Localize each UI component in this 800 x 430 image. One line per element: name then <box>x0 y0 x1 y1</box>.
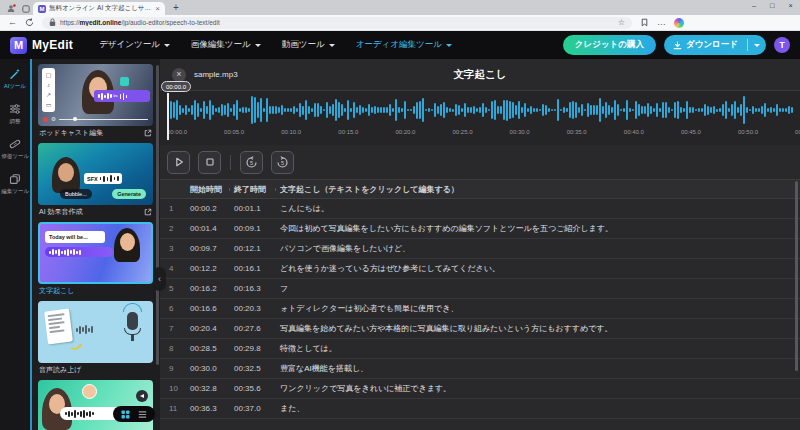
transcript-row[interactable]: 200:01.400:09.1今回は初めて写真編集をしたい方にもおすすめの編集ソ… <box>160 219 800 239</box>
card-voice-changer[interactable] <box>38 380 153 430</box>
card-text-to-speech[interactable]: 音声読み上げ <box>38 301 153 374</box>
transcript-row[interactable]: 1100:36.300:37.0また、 <box>160 399 800 419</box>
card-podcast-editing[interactable]: ▢♪↗▭ ✂ ⚙ ポッドキャスト編集 <box>38 64 153 137</box>
profile-icon[interactable] <box>7 4 16 13</box>
row-end-time[interactable]: 00:27.6 <box>229 324 275 333</box>
url-bar[interactable]: https://myedit.online/jp/audio-editor/sp… <box>42 17 632 29</box>
timeline-ruler[interactable]: 00:00.000:05.000:10.000:15.000:20.000:25… <box>167 128 800 144</box>
waveform-bar <box>716 109 718 112</box>
row-transcript-text[interactable]: 今回は初めて写真編集をしたい方にもおすすめの編集ソフトとツールを五つご紹介します… <box>275 223 800 234</box>
nav-menu[interactable]: 画像編集ツール <box>191 39 261 51</box>
row-end-time[interactable]: 00:12.1 <box>229 244 275 253</box>
row-start-time[interactable]: 00:01.4 <box>185 224 229 233</box>
row-start-time[interactable]: 00:28.5 <box>185 344 229 353</box>
refresh-icon[interactable] <box>25 18 34 27</box>
transcript-row[interactable]: 400:12.200:16.1どれを使うか迷っている方はぜひ参考にしてみてくださ… <box>160 259 800 279</box>
card-ai-sfx[interactable]: SFX Bubble... Generate AI 効果音作成 <box>38 143 153 216</box>
browser-tab[interactable]: M 無料オンライン AI 文字起こしサイト | × <box>33 2 165 15</box>
row-transcript-text[interactable]: 豊富なAI機能を搭載し、 <box>275 363 800 374</box>
audio-waveform[interactable] <box>167 94 795 126</box>
transcript-row[interactable]: 800:28.500:29.8特徴としては。 <box>160 339 800 359</box>
row-start-time[interactable]: 00:12.2 <box>185 264 229 273</box>
waveform-bar <box>620 109 622 112</box>
download-options-button[interactable] <box>748 39 766 51</box>
row-transcript-text[interactable]: ォトディレクターは初心者でも簡単に使用でき、 <box>275 303 800 314</box>
transcript-row[interactable]: 100:00.200:01.1こんにちは。 <box>160 199 800 219</box>
rewind-5s-button[interactable]: 5 <box>240 151 263 174</box>
row-start-time[interactable]: 00:00.2 <box>185 204 229 213</box>
row-transcript-text[interactable]: こんにちは。 <box>275 203 800 214</box>
user-avatar[interactable]: T <box>774 37 790 53</box>
minimize-button[interactable]: – <box>745 0 763 12</box>
external-link-icon[interactable] <box>144 129 152 137</box>
row-end-time[interactable]: 00:16.1 <box>229 264 275 273</box>
panel-scrollbar[interactable] <box>156 65 159 365</box>
myedit-logo[interactable]: M MyEdit <box>10 37 73 54</box>
row-transcript-text[interactable]: パソコンで画像編集をしたいけど、 <box>275 243 800 254</box>
new-tab-button[interactable]: + <box>173 3 179 13</box>
waveform-bar <box>665 102 667 118</box>
play-button[interactable] <box>167 151 190 174</box>
nav-menu[interactable]: デザインツール <box>99 39 170 51</box>
row-end-time[interactable]: 00:32.5 <box>229 364 275 373</box>
table-scrollbar[interactable] <box>795 181 798 371</box>
close-file-icon[interactable]: × <box>172 68 186 82</box>
row-transcript-text[interactable]: ワンクリックで写真をきれいに補正できます。 <box>275 383 800 394</box>
tab-close-icon[interactable]: × <box>155 5 160 13</box>
collapse-panel-button[interactable]: ‹ <box>153 267 166 291</box>
maximize-button[interactable]: □ <box>763 0 782 12</box>
row-transcript-text[interactable]: また、 <box>275 403 800 414</box>
download-button[interactable]: ダウンロード <box>664 35 747 55</box>
row-start-time[interactable]: 00:16.6 <box>185 304 229 313</box>
row-start-time[interactable]: 00:20.4 <box>185 324 229 333</box>
row-transcript-text[interactable]: どれを使うか迷っている方はぜひ参考にしてみてください。 <box>275 263 800 274</box>
row-start-time[interactable]: 00:32.8 <box>185 384 229 393</box>
card-transcription[interactable]: Today will be... 文字起こし <box>38 222 153 295</box>
row-start-time[interactable]: 00:30.0 <box>185 364 229 373</box>
back-icon[interactable]: ← <box>8 18 17 27</box>
buy-credits-button[interactable]: クレジットの購入 <box>563 35 656 55</box>
waveform-bar <box>434 103 436 118</box>
waveform-bar <box>689 107 691 112</box>
row-start-time[interactable]: 00:16.2 <box>185 284 229 293</box>
transcript-row[interactable]: 1000:32.800:35.6ワンクリックで写真をきれいに補正できます。 <box>160 379 800 399</box>
avatar-bubble <box>82 384 97 399</box>
row-end-time[interactable]: 00:37.0 <box>229 404 275 413</box>
row-start-time[interactable]: 00:09.7 <box>185 244 229 253</box>
rail-item[interactable]: AIツール <box>0 65 30 94</box>
transcript-row[interactable]: 900:30.000:32.5豊富なAI機能を搭載し、 <box>160 359 800 379</box>
playhead[interactable] <box>167 93 169 140</box>
row-transcript-text[interactable]: 写真編集を始めてみたい方や本格的に写真編集に取り組みたいという方にもおすすめです… <box>275 323 800 334</box>
row-end-time[interactable]: 00:16.3 <box>229 284 275 293</box>
nav-menu[interactable]: 動画ツール <box>282 39 335 51</box>
copilot-icon[interactable] <box>674 18 684 28</box>
row-end-time[interactable]: 00:09.1 <box>229 224 275 233</box>
close-window-button[interactable]: × <box>782 0 800 12</box>
waveform-bar <box>443 102 445 118</box>
grid-view-icon[interactable] <box>121 410 130 419</box>
rail-item[interactable]: 編集ツール <box>0 170 30 199</box>
nav-menu[interactable]: オーディオ編集ツール <box>356 39 452 51</box>
collections-icon[interactable] <box>640 18 649 27</box>
external-link-icon[interactable] <box>144 208 152 216</box>
transcript-row[interactable]: 300:09.700:12.1パソコンで画像編集をしたいけど、 <box>160 239 800 259</box>
row-end-time[interactable]: 00:20.3 <box>229 304 275 313</box>
forward-5s-button[interactable]: 5 <box>271 151 294 174</box>
row-end-time[interactable]: 00:35.6 <box>229 384 275 393</box>
transcript-row[interactable]: 600:16.600:20.3ォトディレクターは初心者でも簡単に使用でき、 <box>160 299 800 319</box>
waveform-bar <box>257 102 259 118</box>
rail-item[interactable]: 調整 <box>0 100 30 129</box>
tab-actions-icon[interactable] <box>22 5 30 13</box>
settings-ellipsis-icon[interactable]: … <box>657 18 666 27</box>
transcript-row[interactable]: 700:20.400:27.6写真編集を始めてみたい方や本格的に写真編集に取り組… <box>160 319 800 339</box>
stop-button[interactable] <box>198 151 221 174</box>
bookmark-star-icon[interactable]: ☆ <box>618 19 625 27</box>
row-end-time[interactable]: 00:01.1 <box>229 204 275 213</box>
row-end-time[interactable]: 00:29.8 <box>229 344 275 353</box>
row-transcript-text[interactable]: フ <box>275 283 800 294</box>
list-view-icon[interactable] <box>138 410 147 419</box>
row-transcript-text[interactable]: 特徴としては。 <box>275 343 800 354</box>
row-start-time[interactable]: 00:36.3 <box>185 404 229 413</box>
rail-item[interactable]: 修復ツール <box>0 135 30 164</box>
transcript-row[interactable]: 500:16.200:16.3フ <box>160 279 800 299</box>
